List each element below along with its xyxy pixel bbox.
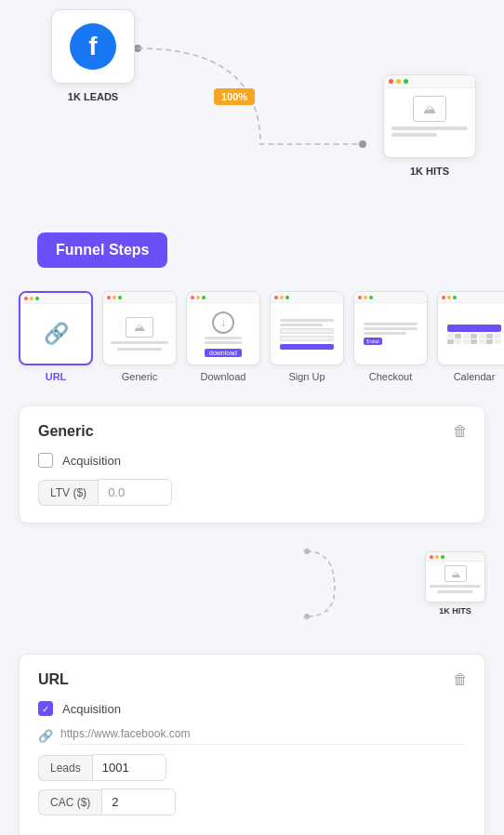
small-hits-node: ⛰ 1K HITS	[425, 551, 485, 616]
step-dot-red	[24, 297, 28, 300]
facebook-node: f 1K LEADS	[51, 9, 135, 102]
step-signup[interactable]: Sign Up	[270, 291, 344, 382]
url-delete-button[interactable]: 🗑	[453, 671, 468, 688]
cal-cell	[495, 334, 501, 338]
step-download-card: ↓ download	[186, 291, 260, 365]
leads-row: Leads	[38, 754, 466, 781]
small-browser-body: ⛰	[426, 562, 484, 597]
step-checkout[interactable]: $ total Checkout	[353, 291, 428, 382]
step-dot-green-cal	[453, 296, 457, 299]
hits-browser-card: ⛰	[383, 74, 476, 158]
step-generic[interactable]: ⛰ Generic	[102, 291, 177, 382]
dl-lines	[205, 337, 242, 344]
leads-input[interactable]	[92, 754, 166, 781]
leads-label: Leads	[38, 755, 92, 781]
step-url-body: 🔗	[20, 304, 91, 364]
link-icon: 🔗	[44, 322, 69, 346]
cal-cell	[447, 334, 454, 338]
cal-cell	[486, 339, 493, 344]
small-hits-card: ⛰	[425, 551, 485, 603]
step-download[interactable]: ↓ download Download	[186, 291, 260, 382]
url-field-row: 🔗 https://www.facebook.com	[38, 727, 466, 745]
step-dot-red-cal	[442, 296, 445, 299]
step-dot-yellow-co	[364, 296, 367, 299]
step-checkout-label: Checkout	[369, 371, 412, 382]
facebook-card: f	[51, 9, 135, 84]
dot-green	[404, 79, 408, 84]
step-titlebar-d	[187, 292, 259, 303]
generic-img: ⛰	[126, 317, 153, 338]
step-url[interactable]: 🔗 URL	[19, 291, 93, 382]
url-link-icon: 🔗	[38, 729, 53, 743]
hits-node-label: 1K HITS	[410, 166, 449, 177]
cac-row: CAC ($)	[38, 789, 466, 815]
dl-line1	[205, 337, 242, 339]
text-line-full	[391, 126, 468, 130]
step-titlebar-cal	[438, 292, 504, 303]
dot-red	[389, 79, 393, 84]
step-dot-yellow-g	[113, 296, 116, 299]
generic-config-title: Generic	[38, 423, 466, 440]
generic-ltv-row: LTV ($)	[38, 479, 466, 506]
co-line2	[364, 327, 418, 330]
facebook-icon: f	[70, 23, 116, 70]
step-dot-yellow-s	[280, 296, 284, 299]
step-dot-red-d	[191, 296, 194, 299]
step-signup-label: Sign Up	[288, 371, 325, 382]
step-checkout-card: $ total	[353, 291, 428, 365]
step-signup-body	[271, 303, 343, 364]
step-dot-yellow-cal	[447, 296, 451, 299]
cal-cell	[455, 334, 461, 338]
co-badge: $ total	[364, 338, 382, 345]
step-calendar-label: Calendar	[454, 371, 496, 382]
url-config-section: 🗑 URL ✓ Acquisition 🔗 https://www.facebo…	[19, 654, 485, 835]
hits-browser-node: ⛰ 1K HITS	[383, 74, 476, 177]
url-acquisition-checkbox[interactable]: ✓	[38, 701, 53, 716]
url-value: https://www.facebook.com	[60, 727, 466, 745]
co-line3	[364, 332, 406, 335]
cal-cell	[495, 339, 501, 344]
small-titlebar	[426, 552, 484, 562]
svg-point-1	[359, 140, 366, 148]
cal-grid	[447, 334, 501, 344]
cal-header	[447, 325, 501, 332]
step-dot-red-co	[358, 296, 362, 299]
small-text-line1	[430, 585, 481, 588]
cal-cell	[479, 339, 485, 344]
download-wrap: ↓ download	[205, 311, 242, 357]
url-acquisition-label: Acquisition	[62, 702, 121, 716]
calendar-content	[443, 320, 504, 349]
generic-delete-button[interactable]: 🗑	[453, 423, 468, 440]
small-dot-yellow	[435, 555, 439, 559]
image-placeholder: ⛰	[413, 96, 446, 122]
cal-cell	[447, 339, 454, 344]
signup-field2	[280, 336, 334, 341]
step-generic-body: ⛰	[103, 303, 176, 364]
browser-titlebar	[384, 75, 475, 88]
generic-ltv-input[interactable]	[98, 479, 172, 506]
checkout-content: $ total	[359, 318, 422, 350]
step-signup-card	[270, 291, 344, 365]
step-dot-green	[35, 297, 39, 300]
generic-ltv-label: LTV ($)	[38, 480, 98, 506]
generic-acquisition-checkbox[interactable]	[38, 453, 53, 468]
dl-line2	[205, 341, 242, 344]
signup-line2	[280, 324, 323, 326]
cal-cell	[486, 334, 493, 338]
step-dot-red-s	[274, 296, 278, 299]
cal-cell	[471, 334, 477, 338]
svg-point-0	[134, 45, 141, 52]
step-calendar[interactable]: Calendar	[437, 291, 504, 382]
co-line1	[364, 323, 418, 325]
small-img: ⛰	[444, 565, 467, 582]
step-url-label: URL	[46, 371, 67, 382]
step-dot-green-d	[202, 296, 206, 299]
generic-line2	[117, 348, 162, 351]
mid-section: ⛰ 1K HITS	[19, 533, 485, 644]
step-calendar-card	[437, 291, 504, 365]
download-btn: download	[205, 349, 242, 357]
url-acquisition-row: ✓ Acquisition	[38, 701, 466, 716]
dot-yellow	[396, 79, 401, 84]
step-titlebar-s	[271, 292, 343, 303]
cac-input[interactable]	[101, 789, 176, 815]
